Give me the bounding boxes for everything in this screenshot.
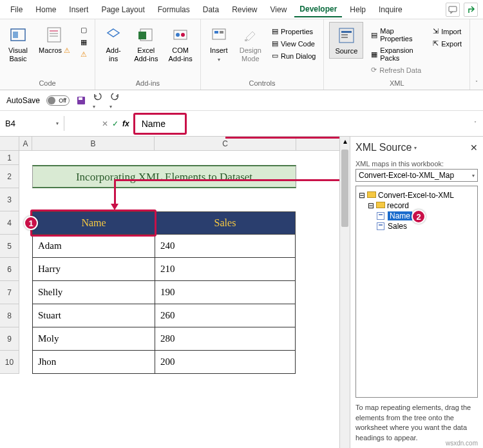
svg-rect-16 <box>245 39 247 41</box>
row-header[interactable]: 8 <box>0 304 19 327</box>
view-code-button[interactable]: ▤ View Code <box>269 38 318 49</box>
xml-source-button[interactable]: Source <box>329 22 363 59</box>
table-row[interactable]: Jhon200 <box>33 351 296 374</box>
row-header[interactable]: 5 <box>0 235 19 258</box>
properties-icon: ▤ <box>272 27 278 35</box>
menu-formulas[interactable]: Formulas <box>153 3 195 17</box>
svg-rect-14 <box>214 31 218 34</box>
scroll-up-icon[interactable]: ▴ <box>340 137 350 146</box>
xml-tree[interactable]: ⊟Convert-Excel-to-XML ⊟record Name 2 Sal… <box>355 186 478 398</box>
expansion-packs-icon: ▦ <box>371 50 377 59</box>
menu-inquire[interactable]: Inquire <box>374 3 408 17</box>
arrow-head-icon <box>111 204 118 210</box>
content-area: A B C 1 2 3 4 5 6 7 8 9 10 Incorporating… <box>0 137 483 448</box>
macro-security-button[interactable]: ⚠ <box>78 49 90 60</box>
menu-data[interactable]: Data <box>198 3 224 17</box>
undo-button[interactable]: ▾ <box>93 91 103 110</box>
menu-view[interactable]: View <box>265 3 292 17</box>
svg-point-11 <box>176 33 180 37</box>
comments-icon[interactable] <box>446 3 460 17</box>
cell-grid[interactable]: Incorporating XML Elements to Dataset Na… <box>19 151 350 374</box>
tree-element-sales[interactable]: Sales <box>388 222 407 231</box>
svg-marker-7 <box>108 29 119 37</box>
visual-basic-button[interactable]: Visual Basic <box>5 22 31 66</box>
close-icon[interactable]: ✕ <box>470 142 478 153</box>
svg-rect-3 <box>48 28 61 42</box>
row-header[interactable]: 9 <box>0 327 19 351</box>
worksheet[interactable]: A B C 1 2 3 4 5 6 7 8 9 10 Incorporating… <box>0 137 350 448</box>
relative-refs-button[interactable]: ▦ <box>78 37 90 48</box>
macros-icon <box>44 24 65 45</box>
warning-icon: ⚠ <box>64 46 70 54</box>
refresh-icon: ⟳ <box>371 66 377 74</box>
redo-button[interactable]: ▾ <box>109 91 120 110</box>
xml-map-select[interactable]: Convert-Excel-to-XML_Map▾ <box>355 169 478 182</box>
col-header-c[interactable]: C <box>155 137 296 150</box>
scrollbar-thumb[interactable] <box>341 150 348 227</box>
record-macro-button[interactable]: ▢ <box>78 24 90 35</box>
tree-root[interactable]: Convert-Excel-to-XML <box>378 191 454 200</box>
table-row[interactable]: Stuart260 <box>33 304 296 327</box>
header-sales[interactable]: Sales <box>155 212 296 235</box>
share-icon[interactable] <box>464 3 478 17</box>
design-mode-button[interactable]: Design Mode <box>237 22 264 66</box>
addins-button[interactable]: Add- ins <box>100 22 126 66</box>
map-properties-button[interactable]: ▤ Map Properties <box>368 26 425 44</box>
tree-record[interactable]: record <box>387 201 409 210</box>
menu-file[interactable]: File <box>5 3 28 17</box>
insert-control-button[interactable]: Insert▾ <box>206 22 232 66</box>
macros-button[interactable]: Macros ⚠ <box>36 22 73 57</box>
autosave-toggle[interactable]: Off <box>46 95 70 106</box>
table-row[interactable]: Shelly190 <box>33 281 296 304</box>
table-row[interactable]: Harry210 <box>33 258 296 281</box>
select-all-corner[interactable] <box>0 137 19 150</box>
fx-icon[interactable]: fx <box>122 119 129 128</box>
svg-point-12 <box>181 33 185 37</box>
xml-export-button[interactable]: ⇱ Export <box>430 38 464 49</box>
row-header[interactable]: 1 <box>0 151 19 165</box>
formula-bar: B4▾ ✕ ✓ fx Name ˅ <box>0 111 483 137</box>
expansion-packs-button[interactable]: ▦ Expansion Packs <box>368 45 425 63</box>
expand-formula-bar-icon[interactable]: ˅ <box>474 121 477 126</box>
cancel-icon[interactable]: ✕ <box>102 119 108 128</box>
collapse-icon[interactable]: ⊟ <box>359 191 365 200</box>
menu-review[interactable]: Review <box>227 3 262 17</box>
row-header[interactable]: 2 <box>0 165 19 188</box>
table-row[interactable]: Adam240 <box>33 235 296 258</box>
enter-icon[interactable]: ✓ <box>112 119 118 128</box>
row-header[interactable]: 10 <box>0 351 19 374</box>
properties-button[interactable]: ▤ Properties <box>269 26 318 37</box>
xml-import-button[interactable]: ⇲ Import <box>430 26 464 37</box>
collapse-icon[interactable]: ⊟ <box>368 201 374 210</box>
run-dialog-button[interactable]: ▭ Run Dialog <box>269 50 318 61</box>
xml-maps-label: XML maps in this workbook: <box>355 160 478 168</box>
row-header[interactable]: 6 <box>0 258 19 281</box>
col-header-b[interactable]: B <box>32 137 155 150</box>
menu-page-layout[interactable]: Page Layout <box>96 3 149 17</box>
menu-insert[interactable]: Insert <box>64 3 93 17</box>
ribbon-group-xml: Source ▤ Map Properties ▦ Expansion Pack… <box>324 19 470 90</box>
collapse-ribbon-icon[interactable]: ˅ <box>475 80 478 86</box>
chevron-down-icon[interactable]: ▾ <box>414 145 417 151</box>
chevron-down-icon: ▾ <box>472 173 475 179</box>
formula-input[interactable]: Name <box>133 113 187 135</box>
menu-developer[interactable]: Developer <box>294 2 342 17</box>
header-name[interactable]: Name <box>33 212 155 235</box>
excel-addins-button[interactable]: Excel Add-ins <box>131 22 160 66</box>
row-header[interactable]: 4 <box>0 211 19 235</box>
col-header-a[interactable]: A <box>19 137 32 150</box>
vertical-scrollbar[interactable]: ▴ <box>339 137 350 448</box>
row-header[interactable]: 7 <box>0 281 19 304</box>
com-addins-button[interactable]: COM Add-ins <box>166 22 194 66</box>
sheet-title-cell[interactable]: Incorporating XML Elements to Dataset <box>32 165 296 188</box>
table-row[interactable]: Moly280 <box>33 327 296 351</box>
row-header[interactable]: 3 <box>0 188 19 211</box>
refresh-data-button[interactable]: ⟳ Refresh Data <box>368 64 425 75</box>
tree-element-name[interactable]: Name <box>388 211 412 220</box>
menu-home[interactable]: Home <box>30 3 61 17</box>
visual-basic-icon <box>8 24 28 45</box>
name-box[interactable]: B4▾ <box>0 116 64 131</box>
save-button[interactable] <box>76 95 86 106</box>
menu-help[interactable]: Help <box>345 3 371 17</box>
ribbon-group-addins: Add- ins Excel Add-ins COM Add-ins Add-i… <box>95 19 201 90</box>
